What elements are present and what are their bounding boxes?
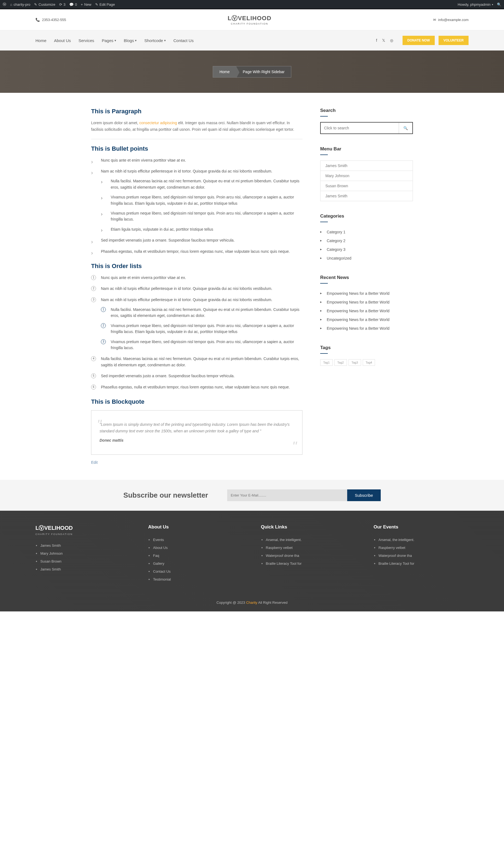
- footer-link[interactable]: Faq: [148, 552, 243, 560]
- footer-link[interactable]: Braille Literacy Tool for: [374, 560, 469, 568]
- list-item: Etiam ligula turpis, vulputate in dui ac…: [101, 226, 303, 232]
- cat-item[interactable]: Category 1: [320, 228, 413, 236]
- footer-link[interactable]: Waterproof drone tha: [374, 552, 469, 560]
- tag-item[interactable]: Tag3: [348, 359, 361, 366]
- list-item: Phasellus egestas, nulla et vestibulum t…: [91, 248, 303, 255]
- wp-logo-icon[interactable]: ⓦ: [3, 2, 6, 7]
- menu-item[interactable]: James Smith: [321, 161, 413, 171]
- footer-link[interactable]: Events: [148, 536, 243, 544]
- site-link[interactable]: ⌂ charity-pro: [10, 2, 30, 7]
- menu-item[interactable]: Susan Brown: [321, 181, 413, 191]
- footer-link[interactable]: Testimonial: [148, 575, 243, 583]
- list-item: Nam ac nibh id turpis efficitur pellente…: [91, 297, 303, 351]
- chevron-down-icon: ▾: [135, 39, 137, 42]
- newsletter: Subscribe our newsletter Subscribe: [0, 480, 504, 511]
- wp-adminbar: ⓦ ⌂ charity-pro ✎ Customize ⟳ 3 💬 0 + Ne…: [0, 0, 504, 9]
- list-item: Nunc quis ante et enim viverra porttitor…: [91, 275, 303, 281]
- list-item: Nulla facilisi. Maecenas lacinia ac nisl…: [101, 307, 303, 319]
- heading-quote: This is Blockquote: [91, 398, 303, 405]
- twitter-icon[interactable]: 𝕏: [382, 38, 385, 43]
- nav-services[interactable]: Services: [78, 38, 94, 43]
- nav-about[interactable]: About Us: [54, 38, 71, 43]
- widget-news-title: Recent News: [320, 275, 413, 283]
- widget-menu-title: Menu Bar: [320, 146, 413, 155]
- nav-shortcode[interactable]: Shortcode ▾: [144, 38, 166, 43]
- footer-link[interactable]: Waterproof drone tha: [261, 552, 356, 560]
- news-item[interactable]: Empowering News for a Better World: [320, 315, 413, 324]
- menu-item[interactable]: Mary Johnson: [321, 171, 413, 181]
- newsletter-input[interactable]: [227, 489, 347, 501]
- nav-pages[interactable]: Pages ▾: [102, 38, 116, 43]
- list-item: Nunc quis ante et enim viverra porttitor…: [91, 157, 303, 163]
- news-item[interactable]: Empowering News for a Better World: [320, 298, 413, 307]
- hero-banner: Home Page With Right Sidebar: [0, 51, 504, 93]
- footer-link[interactable]: James Smith: [35, 541, 130, 549]
- list-item: Phasellus egestas, nulla et vestibulum t…: [91, 384, 303, 390]
- footer-link[interactable]: Arsenal, the intelligent.: [261, 536, 356, 544]
- footer-link[interactable]: About Us: [148, 544, 243, 552]
- cat-item[interactable]: Category 2: [320, 236, 413, 245]
- instagram-icon[interactable]: ◎: [390, 38, 393, 43]
- topbar: 📞 2353-4352-555 LⓋVELIHOOD CHARITY FOUND…: [0, 9, 504, 30]
- nav-blogs[interactable]: Blogs ▾: [124, 38, 137, 43]
- copyright-link[interactable]: Charity: [246, 600, 257, 604]
- footer-link[interactable]: Arsenal, the intelligent.: [374, 536, 469, 544]
- footer-events-title: Our Events: [374, 524, 469, 530]
- footer-link[interactable]: Raspberry velbet: [374, 544, 469, 552]
- heading-bullet: This is Bullet points: [91, 145, 303, 152]
- breadcrumb-current: Page With Right Sidebar: [236, 66, 291, 77]
- list-item: Nulla facilisi. Maecenas lacinia ac nisl…: [91, 356, 303, 368]
- footer-link[interactable]: Raspberry velbet: [261, 544, 356, 552]
- footer-link[interactable]: Gallery: [148, 560, 243, 568]
- edit-page-link[interactable]: ✎ Edit Page: [95, 2, 115, 7]
- search-input[interactable]: [321, 123, 399, 134]
- howdy-link[interactable]: Howdy, phpmyadmin ▪: [458, 2, 493, 7]
- footer-link[interactable]: Contact Us: [148, 568, 243, 575]
- email: ✉ info@example.com: [433, 18, 469, 22]
- volunteer-button[interactable]: VOLUNTEER: [439, 36, 469, 45]
- footer-link[interactable]: Susan Brown: [35, 557, 130, 565]
- menu-item[interactable]: James Smith: [321, 191, 413, 201]
- para-link[interactable]: consectetur adipiscing: [139, 121, 177, 125]
- tag-item[interactable]: Tag1: [320, 359, 333, 366]
- customize-link[interactable]: ✎ Customize: [34, 2, 55, 7]
- heading-order: This is Order lists: [91, 262, 303, 270]
- breadcrumb: Home Page With Right Sidebar: [213, 66, 292, 78]
- newsletter-title: Subscribe our newsletter: [123, 491, 208, 499]
- news-item[interactable]: Empowering News for a Better World: [320, 289, 413, 298]
- logo[interactable]: LⓋVELIHOOD CHARITY FOUNDATION: [228, 12, 271, 27]
- breadcrumb-home[interactable]: Home: [213, 66, 236, 77]
- footer-quick-title: Quick Links: [261, 524, 356, 530]
- list-item: Vivamus pretium neque libero, sed dignis…: [101, 194, 303, 206]
- new-link[interactable]: + New: [81, 2, 91, 7]
- search-button[interactable]: 🔍: [399, 123, 412, 134]
- donate-button[interactable]: DONATE NOW: [402, 36, 435, 45]
- cat-item[interactable]: Uncategorized: [320, 254, 413, 262]
- edit-link[interactable]: Edit: [91, 460, 98, 465]
- facebook-icon[interactable]: f: [376, 38, 377, 43]
- footer-logo: LⓋVELIHOOD: [35, 524, 130, 532]
- tag-item[interactable]: Tag2: [334, 359, 347, 366]
- nav-contact[interactable]: Contact Us: [174, 38, 193, 43]
- widget-cat-title: Categories: [320, 214, 413, 222]
- list-item: Vivamus pretium neque libero, sed dignis…: [101, 323, 303, 335]
- updates-link[interactable]: ⟳ 3: [59, 2, 65, 7]
- news-item[interactable]: Empowering News for a Better World: [320, 307, 413, 315]
- widget-search-title: Search: [320, 108, 413, 116]
- copyright: Copyright @ 2023 Charity All Right Reser…: [35, 593, 469, 604]
- footer-link[interactable]: James Smith: [35, 565, 130, 573]
- nav-home[interactable]: Home: [35, 38, 46, 43]
- footer-link[interactable]: Braille Literacy Tool for: [261, 560, 356, 568]
- footer-link[interactable]: Mary Johnson: [35, 549, 130, 557]
- list-item: Sed imperdiet venenatis justo a ornare. …: [91, 373, 303, 379]
- list-item: Nulla facilisi. Maecenas lacinia ac nisl…: [101, 178, 303, 190]
- heading-para: This is Paragraph: [91, 108, 303, 115]
- footer: LⓋVELIHOOD CHARITY FOUNDATION James Smit…: [0, 511, 504, 611]
- comments-link[interactable]: 💬 0: [69, 2, 77, 7]
- navbar: Home About Us Services Pages ▾ Blogs ▾ S…: [0, 30, 504, 51]
- search-icon[interactable]: 🔍: [497, 2, 501, 7]
- news-item[interactable]: Empowering News for a Better World: [320, 324, 413, 333]
- tag-item[interactable]: Tag4: [363, 359, 375, 366]
- subscribe-button[interactable]: Subscribe: [347, 489, 381, 501]
- cat-item[interactable]: Category 3: [320, 245, 413, 254]
